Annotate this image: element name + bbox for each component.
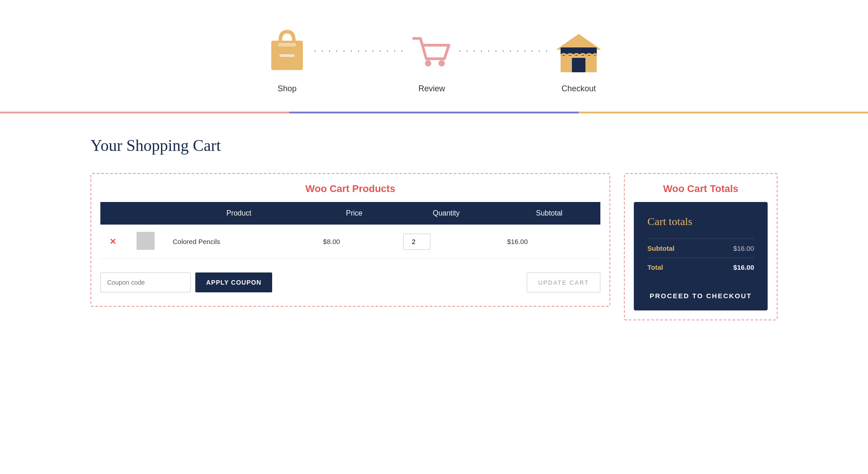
step-checkout-label: Checkout	[561, 84, 596, 94]
total-label: Total	[647, 263, 663, 271]
product-price-cell: $8.00	[314, 225, 395, 259]
svg-rect-1	[278, 43, 296, 47]
svg-point-5	[439, 60, 445, 66]
col-price: Price	[314, 202, 395, 225]
remove-cell: ✕	[100, 225, 127, 259]
progress-divider	[0, 112, 868, 113]
product-img-cell	[127, 225, 164, 259]
coupon-left: APPLY COUPON	[100, 272, 272, 292]
page-title: Your Shopping Cart	[90, 136, 778, 155]
product-subtotal-cell: $16.00	[498, 225, 600, 259]
divider-segment-purple	[289, 112, 579, 113]
col-product: Product	[164, 202, 314, 225]
divider-segment-gold	[579, 112, 868, 113]
product-qty-cell	[394, 225, 498, 259]
col-img	[127, 202, 164, 225]
step-shop-label: Shop	[278, 84, 297, 94]
dots-1: · · · · · · · · · · · · ·	[310, 47, 409, 74]
subtotal-label: Subtotal	[647, 244, 675, 252]
table-header-row: Product Price Quantity Subtotal	[100, 202, 600, 225]
cart-totals-panel: Woo Cart Totals Cart totals Subtotal $16…	[624, 173, 778, 320]
shop-icon	[264, 27, 310, 77]
coupon-input[interactable]	[100, 272, 191, 292]
subtotal-row: Subtotal $16.00	[647, 239, 754, 258]
progress-steps: Shop · · · · · · · · · · · · · Review · …	[0, 0, 868, 112]
review-icon	[409, 27, 454, 77]
proceed-to-checkout-button[interactable]: PROCEED TO CHECKOUT	[647, 281, 754, 310]
col-subtotal: Subtotal	[498, 202, 600, 225]
cart-table: Product Price Quantity Subtotal ✕	[100, 202, 600, 259]
cart-layout: Woo Cart Products Product Price Quantity…	[90, 173, 778, 320]
col-remove	[100, 202, 127, 225]
table-row: ✕ Colored Pencils $8.00 $16.00	[100, 225, 600, 259]
main-content: Your Shopping Cart Woo Cart Products Pro…	[0, 113, 868, 343]
svg-rect-9	[572, 58, 585, 72]
step-review[interactable]: Review	[409, 27, 454, 94]
col-quantity: Quantity	[394, 202, 498, 225]
svg-rect-2	[279, 54, 295, 57]
step-checkout[interactable]: Checkout	[554, 27, 604, 94]
update-cart-button[interactable]: UPDATE CART	[527, 272, 600, 292]
step-review-label: Review	[418, 84, 445, 94]
divider-segment-pink	[0, 112, 289, 113]
cart-products-title: Woo Cart Products	[100, 183, 600, 195]
total-row: Total $16.00	[647, 258, 754, 277]
coupon-row: APPLY COUPON UPDATE CART	[100, 268, 600, 297]
dots-2: · · · · · · · · · · · · ·	[454, 47, 554, 74]
totals-box: Cart totals Subtotal $16.00 Total $16.00…	[634, 202, 768, 310]
product-name-cell: Colored Pencils	[164, 225, 314, 259]
svg-marker-7	[556, 34, 601, 50]
subtotal-value: $16.00	[733, 244, 754, 252]
product-thumbnail	[137, 232, 155, 250]
quantity-input[interactable]	[403, 234, 430, 250]
total-value: $16.00	[733, 263, 754, 271]
checkout-icon	[554, 27, 604, 77]
cart-totals-title: Woo Cart Totals	[634, 183, 768, 195]
remove-item-button[interactable]: ✕	[109, 237, 116, 247]
apply-coupon-button[interactable]: APPLY COUPON	[195, 272, 272, 292]
svg-point-4	[425, 60, 431, 66]
step-shop[interactable]: Shop	[264, 27, 310, 94]
cart-products-panel: Woo Cart Products Product Price Quantity…	[90, 173, 610, 307]
totals-box-title: Cart totals	[647, 216, 754, 228]
